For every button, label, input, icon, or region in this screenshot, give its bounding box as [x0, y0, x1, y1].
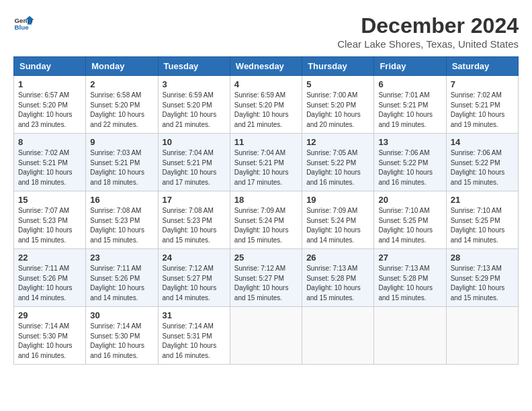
weekday-header-thursday: Thursday: [302, 57, 374, 76]
calendar-cell: 21Sunrise: 7:10 AM Sunset: 5:25 PM Dayli…: [446, 191, 518, 249]
weekday-header-saturday: Saturday: [446, 57, 518, 76]
calendar-cell: 19Sunrise: 7:09 AM Sunset: 5:24 PM Dayli…: [302, 191, 374, 249]
day-info: Sunrise: 7:11 AM Sunset: 5:26 PM Dayligh…: [90, 264, 153, 303]
day-info: Sunrise: 7:05 AM Sunset: 5:22 PM Dayligh…: [306, 148, 369, 187]
day-number: 1: [18, 79, 81, 89]
calendar-week-row: 8Sunrise: 7:02 AM Sunset: 5:21 PM Daylig…: [14, 134, 519, 191]
weekday-header-sunday: Sunday: [14, 57, 86, 76]
day-info: Sunrise: 7:12 AM Sunset: 5:27 PM Dayligh…: [234, 264, 298, 303]
weekday-header-row: SundayMondayTuesdayWednesdayThursdayFrid…: [14, 57, 519, 76]
calendar-cell: 17Sunrise: 7:08 AM Sunset: 5:23 PM Dayli…: [158, 191, 230, 249]
day-number: 30: [90, 310, 153, 320]
calendar-cell: 5Sunrise: 7:00 AM Sunset: 5:20 PM Daylig…: [302, 76, 374, 134]
day-number: 19: [306, 195, 369, 205]
day-info: Sunrise: 7:08 AM Sunset: 5:23 PM Dayligh…: [90, 206, 153, 245]
day-info: Sunrise: 7:14 AM Sunset: 5:30 PM Dayligh…: [90, 322, 153, 361]
calendar-cell: 25Sunrise: 7:12 AM Sunset: 5:27 PM Dayli…: [230, 249, 302, 307]
calendar-cell: 9Sunrise: 7:03 AM Sunset: 5:21 PM Daylig…: [86, 134, 158, 191]
day-number: 11: [234, 137, 298, 147]
calendar-cell: 10Sunrise: 7:04 AM Sunset: 5:21 PM Dayli…: [158, 134, 230, 191]
calendar-cell: 1Sunrise: 6:57 AM Sunset: 5:20 PM Daylig…: [14, 76, 86, 134]
calendar-cell: 3Sunrise: 6:59 AM Sunset: 5:20 PM Daylig…: [158, 76, 230, 134]
calendar-cell: 15Sunrise: 7:07 AM Sunset: 5:23 PM Dayli…: [14, 191, 86, 249]
day-info: Sunrise: 7:10 AM Sunset: 5:25 PM Dayligh…: [378, 206, 441, 245]
page-header: General Blue December 2024 Clear Lake Sh…: [13, 13, 519, 50]
day-info: Sunrise: 7:09 AM Sunset: 5:24 PM Dayligh…: [234, 206, 298, 245]
day-number: 3: [163, 79, 226, 89]
day-number: 28: [451, 253, 514, 263]
day-number: 26: [306, 253, 369, 263]
day-info: Sunrise: 7:06 AM Sunset: 5:22 PM Dayligh…: [378, 148, 441, 187]
day-info: Sunrise: 6:59 AM Sunset: 5:20 PM Dayligh…: [163, 91, 226, 130]
calendar-cell: 31Sunrise: 7:14 AM Sunset: 5:31 PM Dayli…: [158, 307, 230, 365]
day-number: 6: [378, 79, 441, 89]
day-number: 27: [378, 253, 441, 263]
day-info: Sunrise: 7:13 AM Sunset: 5:29 PM Dayligh…: [451, 264, 514, 303]
day-info: Sunrise: 7:04 AM Sunset: 5:21 PM Dayligh…: [234, 148, 298, 187]
weekday-header-wednesday: Wednesday: [230, 57, 302, 76]
calendar-week-row: 29Sunrise: 7:14 AM Sunset: 5:30 PM Dayli…: [14, 307, 519, 365]
day-number: 24: [163, 253, 226, 263]
day-info: Sunrise: 7:13 AM Sunset: 5:28 PM Dayligh…: [378, 264, 441, 303]
day-number: 10: [163, 137, 226, 147]
calendar-cell: 16Sunrise: 7:08 AM Sunset: 5:23 PM Dayli…: [86, 191, 158, 249]
day-info: Sunrise: 7:13 AM Sunset: 5:28 PM Dayligh…: [306, 264, 369, 303]
day-info: Sunrise: 7:00 AM Sunset: 5:20 PM Dayligh…: [306, 91, 369, 130]
day-info: Sunrise: 7:11 AM Sunset: 5:26 PM Dayligh…: [18, 264, 81, 303]
day-number: 2: [90, 79, 153, 89]
day-number: 9: [90, 137, 153, 147]
calendar-week-row: 1Sunrise: 6:57 AM Sunset: 5:20 PM Daylig…: [14, 76, 519, 134]
calendar-week-row: 15Sunrise: 7:07 AM Sunset: 5:23 PM Dayli…: [14, 191, 519, 249]
day-number: 13: [378, 137, 441, 147]
day-number: 5: [306, 79, 369, 89]
logo-icon: General Blue: [13, 13, 34, 34]
day-number: 15: [18, 195, 81, 205]
calendar-cell: [374, 307, 446, 365]
day-info: Sunrise: 7:02 AM Sunset: 5:21 PM Dayligh…: [451, 91, 514, 130]
calendar-cell: 6Sunrise: 7:01 AM Sunset: 5:21 PM Daylig…: [374, 76, 446, 134]
day-number: 17: [163, 195, 226, 205]
day-number: 14: [451, 137, 514, 147]
weekday-header-friday: Friday: [374, 57, 446, 76]
day-info: Sunrise: 7:03 AM Sunset: 5:21 PM Dayligh…: [90, 148, 153, 187]
calendar-table: SundayMondayTuesdayWednesdayThursdayFrid…: [13, 56, 519, 365]
calendar-cell: [302, 307, 374, 365]
day-info: Sunrise: 7:02 AM Sunset: 5:21 PM Dayligh…: [18, 148, 81, 187]
month-title: December 2024: [337, 13, 519, 38]
location-title: Clear Lake Shores, Texas, United States: [337, 38, 519, 50]
calendar-cell: 13Sunrise: 7:06 AM Sunset: 5:22 PM Dayli…: [374, 134, 446, 191]
calendar-cell: 11Sunrise: 7:04 AM Sunset: 5:21 PM Dayli…: [230, 134, 302, 191]
day-number: 18: [234, 195, 298, 205]
day-info: Sunrise: 6:58 AM Sunset: 5:20 PM Dayligh…: [90, 91, 153, 130]
calendar-cell: 28Sunrise: 7:13 AM Sunset: 5:29 PM Dayli…: [446, 249, 518, 307]
day-number: 16: [90, 195, 153, 205]
calendar-cell: 26Sunrise: 7:13 AM Sunset: 5:28 PM Dayli…: [302, 249, 374, 307]
day-number: 8: [18, 137, 81, 147]
calendar-cell: 27Sunrise: 7:13 AM Sunset: 5:28 PM Dayli…: [374, 249, 446, 307]
day-number: 20: [378, 195, 441, 205]
calendar-cell: 8Sunrise: 7:02 AM Sunset: 5:21 PM Daylig…: [14, 134, 86, 191]
calendar-cell: 18Sunrise: 7:09 AM Sunset: 5:24 PM Dayli…: [230, 191, 302, 249]
day-info: Sunrise: 7:04 AM Sunset: 5:21 PM Dayligh…: [163, 148, 226, 187]
calendar-week-row: 22Sunrise: 7:11 AM Sunset: 5:26 PM Dayli…: [14, 249, 519, 307]
day-number: 31: [163, 310, 226, 320]
day-info: Sunrise: 7:10 AM Sunset: 5:25 PM Dayligh…: [451, 206, 514, 245]
calendar-cell: 30Sunrise: 7:14 AM Sunset: 5:30 PM Dayli…: [86, 307, 158, 365]
day-info: Sunrise: 7:14 AM Sunset: 5:31 PM Dayligh…: [163, 322, 226, 361]
calendar-cell: 29Sunrise: 7:14 AM Sunset: 5:30 PM Dayli…: [14, 307, 86, 365]
calendar-cell: 7Sunrise: 7:02 AM Sunset: 5:21 PM Daylig…: [446, 76, 518, 134]
day-number: 25: [234, 253, 298, 263]
day-number: 7: [451, 79, 514, 89]
day-info: Sunrise: 7:07 AM Sunset: 5:23 PM Dayligh…: [18, 206, 81, 245]
day-number: 21: [451, 195, 514, 205]
day-info: Sunrise: 7:09 AM Sunset: 5:24 PM Dayligh…: [306, 206, 369, 245]
calendar-cell: 14Sunrise: 7:06 AM Sunset: 5:22 PM Dayli…: [446, 134, 518, 191]
day-info: Sunrise: 7:08 AM Sunset: 5:23 PM Dayligh…: [163, 206, 226, 245]
weekday-header-tuesday: Tuesday: [158, 57, 230, 76]
calendar-cell: 12Sunrise: 7:05 AM Sunset: 5:22 PM Dayli…: [302, 134, 374, 191]
day-info: Sunrise: 7:06 AM Sunset: 5:22 PM Dayligh…: [451, 148, 514, 187]
logo: General Blue: [13, 13, 34, 34]
day-number: 29: [18, 310, 81, 320]
calendar-cell: 20Sunrise: 7:10 AM Sunset: 5:25 PM Dayli…: [374, 191, 446, 249]
calendar-cell: [230, 307, 302, 365]
